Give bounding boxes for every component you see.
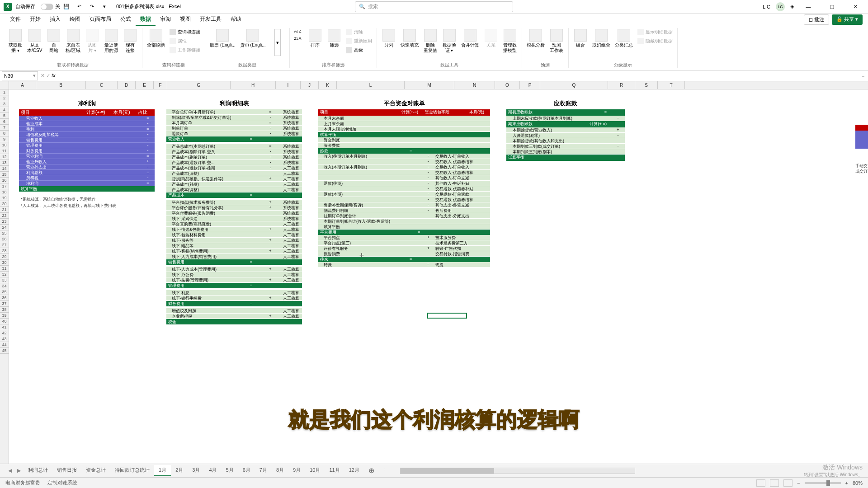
table-row[interactable]: 营业利润= xyxy=(19,154,155,159)
ribbon-button[interactable]: 取消组合 xyxy=(590,28,612,49)
column-header[interactable]: I xyxy=(276,81,301,89)
row-header[interactable]: 44 xyxy=(0,342,9,348)
table-row[interactable]: -交易退款-优惠券结算 xyxy=(318,197,490,202)
table-row[interactable]: 剔单订单-系统核算 xyxy=(166,126,302,131)
row-header[interactable]: 41 xyxy=(0,324,9,330)
row-header[interactable]: 16 xyxy=(0,178,9,183)
fx-icon[interactable]: fx xyxy=(52,73,56,79)
row-header[interactable]: 42 xyxy=(0,330,9,336)
sheet-tab[interactable]: 2月 xyxy=(171,465,188,476)
column-header[interactable]: N xyxy=(454,81,495,89)
table-row[interactable]: 平台付费服务(报告消费)系统核算 xyxy=(166,211,302,216)
sheet-tab[interactable]: 销售日报 xyxy=(52,465,81,476)
ribbon-button[interactable]: 获取数 据 ▾ xyxy=(6,28,24,54)
column-header[interactable]: S xyxy=(635,81,658,89)
ribbon-item[interactable]: 清除 xyxy=(344,28,374,36)
table-row[interactable]: 管理费用- xyxy=(19,143,155,148)
ribbon-button[interactable]: 组合 xyxy=(571,28,590,49)
sheet-tab[interactable]: 9月 xyxy=(288,465,305,476)
minimize-button[interactable]: — xyxy=(799,0,817,14)
tab-插入[interactable]: 插入 xyxy=(45,14,65,26)
sort-button[interactable]: Z↓A xyxy=(292,35,303,42)
row-header[interactable]: 9 xyxy=(0,136,9,142)
table-row[interactable]: 产品成本(调整)人工核算 xyxy=(166,187,302,192)
share-button[interactable]: 🔓 共享 ▾ xyxy=(832,14,863,25)
column-header[interactable]: K xyxy=(319,81,337,89)
tab-帮助[interactable]: 帮助 xyxy=(226,14,246,26)
row-header[interactable]: 26 xyxy=(0,236,9,242)
sheet-tab[interactable]: 5月 xyxy=(222,465,238,476)
row-header[interactable]: 14 xyxy=(0,166,9,172)
sheet-tab[interactable]: 1月 xyxy=(154,465,171,476)
comments-button[interactable]: ◻ 批注 xyxy=(804,14,829,25)
column-header[interactable]: D xyxy=(118,81,136,89)
column-header[interactable]: T xyxy=(658,81,685,89)
refresh-all-button[interactable]: 全部刷新 xyxy=(145,28,167,49)
ribbon-button[interactable]: 货币 (Engli... xyxy=(238,28,268,49)
row-header[interactable]: 43 xyxy=(0,336,9,342)
table-row[interactable]: 平台总订单(本月所订单)=系统核算 xyxy=(166,109,302,115)
autosave-toggle[interactable] xyxy=(41,4,53,10)
save-button[interactable]: 💾 xyxy=(61,1,72,12)
row-header[interactable]: 15 xyxy=(0,172,9,178)
sheet-tab[interactable]: 4月 xyxy=(204,465,221,476)
view-page-layout-button[interactable] xyxy=(770,479,779,487)
table-row[interactable]: 增值税及附加税等- xyxy=(19,132,155,137)
view-page-break-button[interactable] xyxy=(783,479,793,487)
sheet-nav-prev[interactable]: ◀ xyxy=(5,468,14,474)
ribbon-item[interactable]: 属性 xyxy=(168,37,202,45)
table-row[interactable]: 资金到账 xyxy=(318,137,490,143)
ribbon-button[interactable]: 来自表 格/区域 xyxy=(64,28,82,54)
sheet-tab[interactable]: 7月 xyxy=(255,465,272,476)
table-row[interactable]: 产品总成本(本期总订单)=系统核算 xyxy=(166,144,302,149)
table-row[interactable]: 产品成本(调整)人工核算 xyxy=(166,171,302,176)
table-row[interactable]: 退款订单-系统核算 xyxy=(166,131,302,136)
table-row[interactable]: 线下-客损(销售费用)+人工核算 xyxy=(166,249,302,254)
row-header[interactable]: 31 xyxy=(0,266,9,272)
table-row[interactable]: 本期订单到账合计(收入-退款-售后等) xyxy=(318,219,490,224)
table-row[interactable]: -交易退款-优惠券补贴 xyxy=(318,186,490,192)
table-row[interactable]: 所得税- xyxy=(19,175,155,181)
horizontal-scrollbar[interactable] xyxy=(400,468,635,474)
table-row[interactable]: 财务费用- xyxy=(19,148,155,154)
maximize-button[interactable]: ▢ xyxy=(823,0,841,14)
table-row[interactable]: 本期到款三到账(剔零) xyxy=(506,149,625,155)
sheet-tab[interactable]: 3月 xyxy=(188,465,204,476)
table-row[interactable]: 营业外收入+ xyxy=(19,159,155,164)
row-header[interactable]: 19 xyxy=(0,195,9,201)
ribbon-button[interactable]: 分列 xyxy=(380,28,398,49)
formula-expand-icon[interactable]: ⌄ xyxy=(859,73,868,79)
row-header[interactable]: 2 xyxy=(0,95,9,101)
table-row[interactable]: 收入(往期订单本月到账)-交易收入-订单收入 xyxy=(318,154,490,159)
tab-开发工具[interactable]: 开发工具 xyxy=(195,14,226,26)
row-header[interactable]: 39 xyxy=(0,313,9,319)
table-row[interactable]: 上期末应收款(往期订单本月到账)- xyxy=(506,116,625,121)
ribbon-button[interactable]: 预测 工作表 xyxy=(547,28,566,54)
column-header[interactable]: B xyxy=(36,81,86,89)
table-row[interactable]: 售后补发期保留(客诉)-其他支出-多笔立减 xyxy=(318,202,490,208)
row-header[interactable]: 18 xyxy=(0,189,9,195)
datatype-dropdown[interactable]: ▾ xyxy=(269,28,287,57)
add-sheet-button[interactable]: ⊕ xyxy=(364,466,379,475)
ribbon-button[interactable]: 分类汇总 xyxy=(613,28,635,49)
row-header[interactable]: 30 xyxy=(0,260,9,266)
table-row[interactable]: 报告消费交易付款-报告消费 xyxy=(318,251,490,257)
diamond-icon[interactable]: ◈ xyxy=(790,4,794,9)
table-row[interactable]: 平台扣点(第三)技术服务费第三方 xyxy=(318,240,490,246)
zoom-in-button[interactable]: + xyxy=(845,480,848,486)
table-row[interactable]: 平台评价服务(评价有礼分享)+系统核算 xyxy=(166,205,302,211)
row-header[interactable]: 35 xyxy=(0,289,9,295)
sheet-tab[interactable]: 10月 xyxy=(305,465,325,476)
ribbon-button[interactable]: 管理数 据模型 xyxy=(501,28,519,54)
close-button[interactable]: ✕ xyxy=(846,0,864,14)
accept-formula-icon[interactable]: ✓ xyxy=(46,73,50,79)
table-row[interactable]: 产品成本(退款订单-交...-系统核算 xyxy=(166,160,302,165)
table-row[interactable]: 销售费用- xyxy=(19,137,155,143)
tab-绘图[interactable]: 绘图 xyxy=(65,14,85,26)
cancel-formula-icon[interactable]: ✕ xyxy=(41,73,45,79)
column-header[interactable]: Q xyxy=(540,81,608,89)
ribbon-button[interactable]: 最近使 用的源 xyxy=(102,28,120,54)
tab-审阅[interactable]: 审阅 xyxy=(156,14,175,26)
row-header[interactable]: 38 xyxy=(0,307,9,313)
row-header[interactable]: 7 xyxy=(0,125,9,131)
